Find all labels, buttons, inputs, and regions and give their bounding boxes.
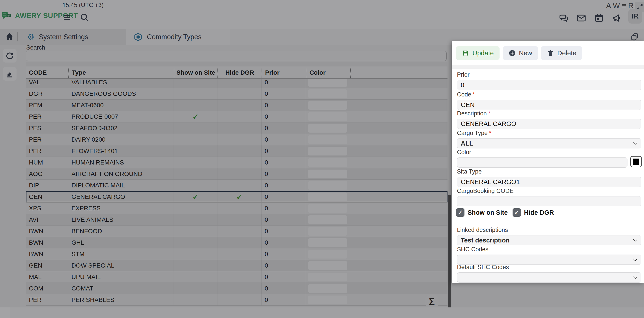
field-color: Color: [457, 149, 641, 167]
hide-dgr-checkbox[interactable]: ✓: [512, 208, 521, 217]
chevron-down-icon: [633, 142, 638, 145]
description-label: Description*: [457, 110, 641, 117]
cargobooking-code-input[interactable]: [457, 196, 641, 206]
field-cargo-type: Cargo Type* ALL: [457, 130, 641, 149]
show-on-site-checkbox[interactable]: ✓: [456, 208, 464, 217]
field-code: Code*: [457, 91, 641, 110]
linked-descriptions-value: Test description: [461, 237, 510, 244]
description-input[interactable]: [457, 119, 641, 129]
required-marker: *: [473, 91, 475, 98]
chevron-down-icon: [633, 276, 638, 279]
field-linked-descriptions: Linked descriptions Test description: [457, 227, 641, 245]
panel-checkboxes: ✓ Show on Site ✓ Hide DGR: [456, 208, 554, 217]
color-label: Color: [457, 149, 641, 156]
new-button[interactable]: New: [503, 46, 538, 60]
code-input[interactable]: [457, 100, 641, 110]
cargo-type-select[interactable]: ALL: [457, 138, 641, 149]
update-button[interactable]: Update: [456, 46, 500, 60]
required-marker: *: [488, 110, 490, 117]
update-button-label: Update: [472, 49, 494, 57]
edit-panel: Update New: [452, 41, 644, 283]
chevron-down-icon: [633, 239, 638, 242]
color-swatch-black: [633, 159, 639, 165]
field-shc-codes: SHC Codes: [457, 246, 641, 265]
field-sita-type: Sita Type: [457, 168, 641, 187]
required-marker: *: [489, 130, 492, 136]
new-button-label: New: [519, 49, 532, 57]
prior-input[interactable]: [457, 80, 641, 90]
delete-button-label: Delete: [557, 49, 576, 57]
panel-divider: [452, 65, 644, 69]
linked-descriptions-select[interactable]: Test description: [457, 235, 641, 245]
linked-descriptions-label: Linked descriptions: [457, 227, 641, 233]
field-prior: Prior: [457, 71, 641, 90]
shc-codes-label: SHC Codes: [457, 246, 641, 253]
hide-dgr-checkbox-label: Hide DGR: [524, 209, 554, 216]
save-icon: [462, 49, 469, 57]
delete-button[interactable]: Delete: [541, 46, 582, 60]
show-on-site-checkbox-label: Show on Site: [468, 209, 508, 216]
sita-type-label: Sita Type: [457, 168, 641, 175]
prior-label: Prior: [457, 71, 641, 78]
cargo-type-label: Cargo Type*: [457, 130, 641, 137]
plus-circle-icon: [508, 49, 516, 57]
default-shc-codes-label: Default SHC Codes: [457, 264, 641, 271]
trash-icon: [547, 49, 554, 57]
app-root: 15:45 (UTC +3) AWERY SUPPORT: [0, 0, 644, 318]
color-input[interactable]: [457, 158, 628, 167]
panel-toolbar: Update New: [456, 46, 582, 60]
field-default-shc-codes: Default SHC Codes: [457, 264, 641, 283]
default-shc-codes-select[interactable]: [457, 272, 641, 283]
field-cargobooking-code: CargoBooking CODE: [457, 188, 641, 206]
cargo-type-value: ALL: [461, 140, 473, 147]
field-description: Description*: [457, 110, 641, 129]
sita-type-input[interactable]: [457, 177, 641, 187]
cargobooking-code-label: CargoBooking CODE: [457, 188, 641, 194]
code-label: Code*: [457, 91, 641, 98]
color-picker-button[interactable]: [630, 156, 642, 167]
chevron-down-icon: [633, 258, 638, 261]
shc-codes-select[interactable]: [457, 255, 641, 265]
